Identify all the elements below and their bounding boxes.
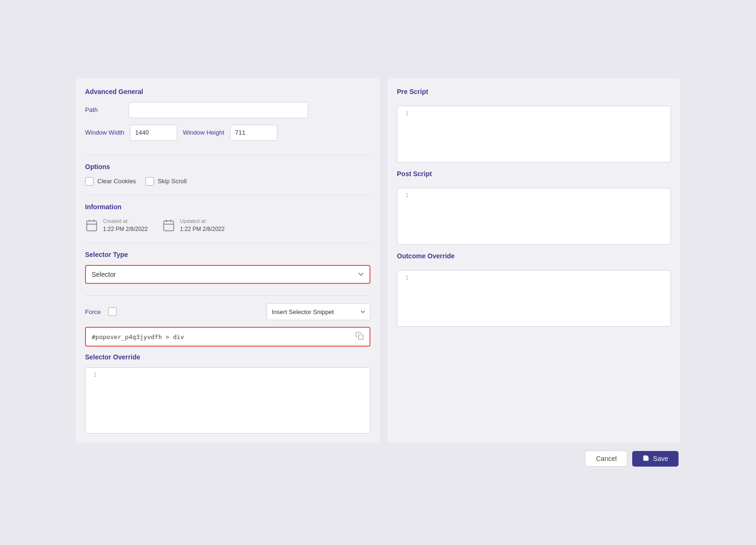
divider-4 [85,295,370,296]
svg-rect-8 [359,335,363,340]
post-script-content[interactable] [412,192,667,240]
calendar-icon-updated [162,219,175,232]
skip-scroll-box[interactable] [146,177,154,186]
path-label: Path [85,106,123,113]
updated-at-item: Updated at: 1:22 PM 2/8/2022 [162,217,225,234]
selector-override-editor[interactable]: 1 [85,367,370,434]
created-at-label: Created at: [103,217,148,225]
clear-cookies-label: Clear Cookies [97,178,136,185]
outcome-override-line-numbers: 1 [401,274,412,323]
outcome-override-content[interactable] [412,274,667,323]
pre-script-section: Pre Script 1 [397,88,671,162]
skip-scroll-label: Skip Scroll [158,178,187,185]
save-icon [643,455,649,463]
selector-type-section: Selector Type Selector XPath [85,251,370,284]
updated-at-text: Updated at: 1:22 PM 2/8/2022 [180,217,225,234]
window-dimensions-row: Window Width Window Height [85,125,370,141]
clear-cookies-checkbox[interactable]: Clear Cookies [85,177,136,186]
selector-override-content[interactable] [101,372,366,429]
copy-icon[interactable] [355,332,364,342]
created-at-text: Created at: 1:22 PM 2/8/2022 [103,217,148,234]
path-input[interactable] [129,102,308,118]
skip-scroll-checkbox[interactable]: Skip Scroll [146,177,187,186]
updated-at-label: Updated at: [180,217,225,225]
info-row: Created at: 1:22 PM 2/8/2022 Updated a [85,217,370,234]
footer-row: Cancel Save [76,451,680,467]
post-script-line-numbers: 1 [401,192,412,240]
information-title: Information [85,203,370,211]
pre-script-line-numbers: 1 [401,110,412,158]
divider-3 [85,243,370,243]
post-script-section: Post Script 1 [397,170,671,245]
selector-type-dropdown[interactable]: Selector XPath [85,265,370,284]
outcome-override-title: Outcome Override [397,252,671,260]
post-script-title: Post Script [397,170,671,178]
path-row: Path [85,102,370,118]
save-label: Save [653,455,668,462]
window-height-label: Window Height [183,129,224,136]
selector-override-line-numbers: 1 [89,372,101,429]
svg-rect-0 [87,221,97,231]
force-row: Force Insert Selector Snippet [85,303,370,320]
advanced-general-section: Advanced General Path Window Width Windo… [85,88,370,147]
pre-script-title: Pre Script [397,88,671,95]
outcome-override-editor[interactable]: 1 [397,270,671,327]
svg-rect-4 [163,221,173,231]
options-section: Options Clear Cookies Skip Scroll [85,163,370,186]
post-script-editor[interactable]: 1 [397,188,671,245]
outcome-override-section: Outcome Override 1 [397,252,671,327]
divider-1 [85,155,370,155]
information-section: Information Created at: 1:22 PM 2/8/2022 [85,203,370,234]
created-at-value: 1:22 PM 2/8/2022 [103,225,148,233]
options-title: Options [85,163,370,170]
window-width-input[interactable] [130,125,177,141]
options-row: Clear Cookies Skip Scroll [85,177,370,186]
selector-input-wrap: #popover_p4q3jyvdfh > div [85,327,370,347]
window-width-label: Window Width [85,129,124,136]
selector-value-text: #popover_p4q3jyvdfh > div [92,333,355,341]
pre-script-content[interactable] [412,110,667,158]
advanced-general-title: Advanced General [85,88,370,95]
insert-snippet-dropdown[interactable]: Insert Selector Snippet [266,303,370,320]
force-checkbox[interactable] [108,307,117,316]
calendar-icon-created [85,219,98,232]
pre-script-editor[interactable]: 1 [397,106,671,162]
save-button[interactable]: Save [632,451,679,467]
selector-type-title: Selector Type [85,251,370,258]
cancel-button[interactable]: Cancel [585,451,627,467]
clear-cookies-box[interactable] [85,177,94,186]
force-label: Force [85,308,101,315]
selector-override-section: Selector Override 1 [85,353,370,434]
updated-at-value: 1:22 PM 2/8/2022 [180,225,225,233]
divider-2 [85,195,370,196]
window-height-input[interactable] [230,125,277,141]
created-at-item: Created at: 1:22 PM 2/8/2022 [85,217,148,234]
selector-override-title: Selector Override [85,353,370,361]
